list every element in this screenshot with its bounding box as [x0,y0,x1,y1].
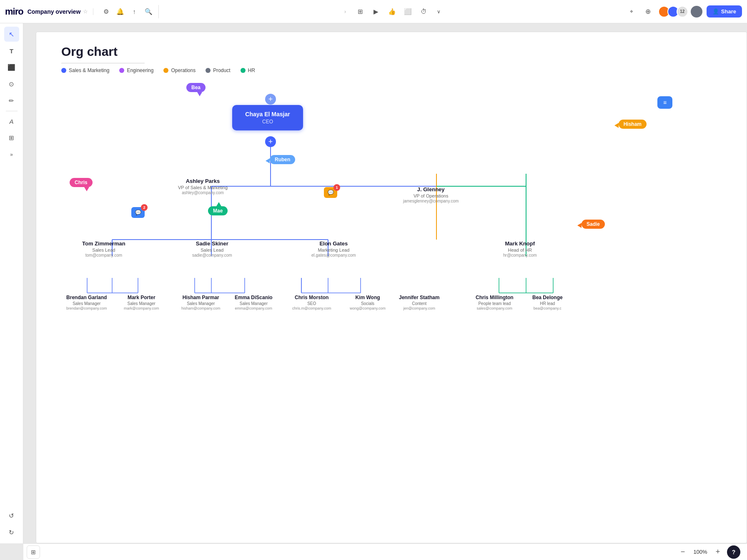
chevron-left-btn[interactable]: › [338,5,352,18]
lead-tom-node[interactable]: Tom Zimmerman Sales Lead tom@company.com [82,240,125,258]
sadie-role: Sales Lead [192,248,232,252]
search-icon[interactable]: 🔍 [142,5,155,18]
comment-bubble-top-right[interactable]: ≡ [657,96,672,109]
settings-icon[interactable]: ⚙ [99,5,113,18]
share-button[interactable]: 👤 Share [707,5,742,18]
panel-toggle-btn[interactable]: ⊞ [27,545,40,559]
manager-bea-delonge[interactable]: Bea Delonge HR lead bea@company.c [532,295,563,310]
chris-millington-role: People team lead [476,301,514,306]
manager-mark-porter[interactable]: Mark Porter Sales Manager mark@company.c… [124,295,159,310]
tom-email: tom@company.com [82,253,125,258]
manager-kim-wong[interactable]: Kim Wong Socials wong@company.com [350,295,386,310]
ruben-cursor-arrow [266,158,270,163]
upload-icon[interactable]: ↑ [128,5,141,18]
legend-dot-ops [163,68,168,73]
manager-chris-morston[interactable]: Chris Morston SEO chris.m@company.com [292,295,331,310]
comment-bubble-1[interactable]: 💬 2 [131,207,145,218]
hisham-parmar-name: Hisham Parmar [181,295,221,300]
legend-dot-hr [241,68,246,73]
add-btn-middle[interactable]: + [265,136,276,147]
org-chart-title: Org chart Sales & Marketing Engineering … [61,45,255,73]
frame-btn[interactable]: ⬜ [400,4,415,19]
zoom-out-button[interactable]: − [677,546,689,558]
presentation-btn[interactable]: ▶ [368,4,384,19]
mark-email: hr@company.com [503,253,537,258]
shapes-tool[interactable]: ⊙ [4,77,19,92]
text-style-tool[interactable]: A [4,114,19,129]
chris-label: Chris [70,178,93,187]
comment-icon-2: 💬 [328,190,334,195]
sticky-note-tool[interactable]: ⬛ [4,60,19,75]
lead-elon-node[interactable]: Elon Gates Marketing Lead el.gates@compa… [311,240,356,258]
brendan-name: Brendan Garland [66,295,107,300]
emma-role: Sales Manager [235,301,273,306]
comment-badge-2: 1 [333,184,340,191]
board-title-area: Company overview ☆ [28,8,94,15]
vp-ashley-node[interactable]: Ashley Parks VP of Sales & Marketing ash… [178,178,228,195]
mark-porter-name: Mark Porter [124,295,159,300]
undo-btn[interactable]: ↺ [4,508,19,523]
ashley-role: VP of Sales & Marketing [178,185,228,190]
help-button[interactable]: ? [727,545,740,559]
share-label: Share [721,8,736,15]
comment-icon-1: 💬 [135,210,141,215]
tom-role: Sales Lead [82,248,125,252]
manager-brendan[interactable]: Brendan Garland Sales Manager brendan@co… [66,295,107,310]
redo-btn[interactable]: ↻ [4,525,19,540]
sadie-label: Sadie [582,220,605,229]
legend-label-hr: HR [248,68,255,73]
more-tools[interactable]: » [4,147,19,162]
comment-bubble-2[interactable]: 💬 1 [324,187,337,198]
star-icon[interactable]: ☆ [83,8,88,15]
brendan-email: brendan@company.com [66,306,107,310]
ashley-email: ashley@company.com [178,190,228,195]
avatar-count-badge: 12 [677,6,688,18]
legend-label-eng: Engineering [127,68,153,73]
lead-mark-node[interactable]: Mark Knopf Head of HR hr@company.com [503,240,537,258]
manager-hisham-parmar[interactable]: Hisham Parmar Sales Manager hisham@compa… [181,295,221,310]
manager-jennifer[interactable]: Jennifer Statham Content jen@company.com [399,295,439,310]
bea-cursor-arrow [197,92,202,96]
manager-chris-millington[interactable]: Chris Millington People team lead sales@… [476,295,514,310]
cursor-ruben: Ruben [266,155,295,164]
frame-tool[interactable]: ⊞ [4,130,19,145]
legend-dot-sales [61,68,66,73]
avatars-group: 12 [658,5,703,18]
canvas[interactable]: Org chart Sales & Marketing Engineering … [23,23,747,543]
miro-logo: miro [5,6,23,17]
more-tools-btn[interactable]: ∨ [432,5,445,18]
chris-millington-name: Chris Millington [476,295,514,300]
mark-role: Head of HR [503,248,537,252]
pen-tool[interactable]: ✏ [4,93,19,108]
legend-label-ops: Operations [171,68,196,73]
tom-name: Tom Zimmerman [82,240,125,247]
add-btn-top[interactable]: + [265,94,276,105]
chris-morston-email: chris.m@company.com [292,306,331,310]
manager-emma[interactable]: Emma DiScanio Sales Manager emma@company… [235,295,273,310]
timer-btn[interactable]: ⏱ [416,4,431,19]
text-tool[interactable]: T [4,43,19,58]
board-title: Company overview [28,8,81,15]
lead-sadie-node[interactable]: Sadie Skiner Sales Lead sadie@company.co… [192,240,232,258]
jennifer-email: jen@company.com [399,306,439,310]
cursor-tool-btn[interactable]: ⌖ [625,5,638,18]
whiteboard: Org chart Sales & Marketing Engineering … [36,32,747,543]
notifications-icon[interactable]: 🔔 [113,5,127,18]
zoom-in-button[interactable]: + [712,546,724,558]
ceo-node[interactable]: Chaya El Masjar CEO [232,105,303,130]
mark-porter-role: Sales Manager [124,301,159,306]
ruben-label: Ruben [270,155,295,164]
elon-name: Elon Gates [311,240,356,247]
vp-glenney-node[interactable]: J. Glenney VP of Operations jamesglenney… [403,186,459,203]
mark-porter-email: mark@company.com [124,306,159,310]
center-toolbar: › ⊞ ▶ 👍 ⬜ ⏱ ∨ [338,4,445,19]
title-divider [61,63,145,63]
cursor-sadie: Sadie [577,220,605,229]
zoom-in-btn[interactable]: ⊕ [642,5,655,18]
thumbs-up-btn[interactable]: 👍 [384,4,399,19]
select-tool[interactable]: ↖ [4,27,19,42]
avatar-3 [690,5,703,18]
chris-cursor-arrow [84,187,89,191]
left-sidebar: ↖ T ⬛ ⊙ ✏ A ⊞ » ↺ ↻ [0,23,23,543]
grid-view-btn[interactable]: ⊞ [353,4,368,19]
